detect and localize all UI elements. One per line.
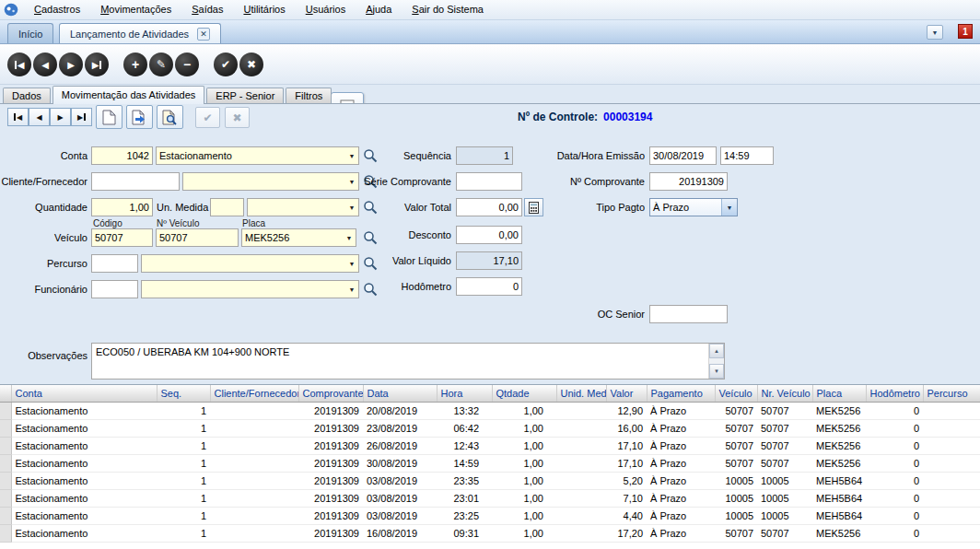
subtab-erp-senior[interactable]: ERP - Senior <box>206 88 284 103</box>
menu-ajuda[interactable]: Ajuda <box>356 0 402 20</box>
hora-emissao-input[interactable] <box>720 146 774 165</box>
table-row[interactable]: Estacionamento12019130903/08/201923:251,… <box>0 507 980 524</box>
subtab-filtros[interactable]: Filtros <box>286 88 332 103</box>
menu-saidas[interactable]: Saídas <box>181 0 233 20</box>
cell-data: 03/08/2019 <box>363 472 437 489</box>
col-header-pagamento[interactable]: Pagamento <box>647 385 715 402</box>
col-header-data[interactable]: Data <box>363 385 437 402</box>
menu-movimentacoes[interactable]: Movimentações <box>90 0 181 20</box>
col-header-veiculo[interactable]: Veículo <box>715 385 757 402</box>
table-row[interactable]: Estacionamento12019130916/08/201909:311,… <box>0 524 980 542</box>
valor-total-input[interactable] <box>456 198 522 216</box>
dropdown-arrow-icon[interactable]: ▼ <box>343 235 356 241</box>
table-row[interactable]: Estacionamento12019130930/08/201914:591,… <box>0 454 980 472</box>
last-record-button[interactable]: ▶ <box>85 53 109 76</box>
search-movement-button[interactable] <box>157 105 183 129</box>
percurso-combo[interactable]: ▼ <box>141 254 359 273</box>
tab-inicio[interactable]: Início <box>7 23 53 43</box>
data-emissao-input[interactable] <box>649 146 717 165</box>
funcionario-code-input[interactable] <box>91 280 138 298</box>
oc-senior-input[interactable] <box>649 305 728 323</box>
dropdown-arrow-icon[interactable]: ▼ <box>345 179 358 185</box>
cell-unid-med <box>556 419 606 437</box>
scroll-up-icon[interactable]: ▲ <box>709 344 724 358</box>
un-medida-search-icon[interactable] <box>363 200 378 215</box>
funcionario-search-icon[interactable] <box>363 282 378 297</box>
observacoes-textarea[interactable]: ECO050 / UBERABA KM 104+900 NORTE ▲ ▼ <box>91 343 725 380</box>
discard-button[interactable]: ✖ <box>225 107 250 128</box>
col-header-nr-veiculo[interactable]: Nr. Veículo <box>757 385 812 402</box>
dropdown-arrow-icon[interactable]: ▼ <box>345 286 358 293</box>
col-header-hora[interactable]: Hora <box>437 385 492 402</box>
col-header-qtdade[interactable]: Qtdade <box>492 385 556 402</box>
tab-lancamento-de-atividades[interactable]: Lançamento de Atividades ✕ <box>59 23 221 43</box>
table-row[interactable]: Estacionamento12019130923/08/201906:421,… <box>0 419 980 437</box>
confirm-button[interactable]: ✔ <box>214 53 238 76</box>
edit-record-button[interactable]: ✎ <box>149 53 173 76</box>
table-row[interactable]: Estacionamento12019130926/08/201912:431,… <box>0 437 980 454</box>
next-record-button[interactable]: ▶ <box>59 53 83 76</box>
cell-placa: MEK5256 <box>812 419 866 437</box>
un-medida-combo[interactable]: ▼ <box>247 198 359 216</box>
col-header-cliente-fornecedor[interactable]: Cliente/Fornecedor <box>210 385 298 402</box>
percurso-search-icon[interactable] <box>363 256 378 271</box>
observacoes-scrollbar[interactable]: ▲ ▼ <box>708 344 724 379</box>
serie-comprovante-input[interactable] <box>456 172 522 191</box>
apply-button[interactable]: ✔ <box>195 107 220 128</box>
menu-sair-do-sistema[interactable]: Sair do Sistema <box>402 0 494 20</box>
col-header-percurso[interactable]: Percurso <box>923 385 980 402</box>
cancel-button[interactable]: ✖ <box>239 53 263 76</box>
dropdown-arrow-icon[interactable]: ▼ <box>345 261 358 267</box>
cliente-fornecedor-code-input[interactable] <box>91 172 180 191</box>
previous-record-button[interactable]: ◀ <box>33 53 57 76</box>
col-header-unid-med[interactable]: Unid. Med. <box>556 385 606 402</box>
un-medida-code-input[interactable] <box>210 198 244 216</box>
funcionario-combo[interactable]: ▼ <box>141 280 359 298</box>
grid-last-button[interactable]: ▶ <box>71 108 92 126</box>
subtab-movimentacao-das-atividades[interactable]: Movimentação das Atividades <box>52 86 205 104</box>
close-tab-icon[interactable]: ✕ <box>197 28 210 41</box>
table-row[interactable]: Estacionamento12019130920/08/201913:321,… <box>0 402 980 419</box>
hodometro-input[interactable] <box>456 277 522 296</box>
calculator-button[interactable] <box>524 198 543 216</box>
veiculo-placa-combo[interactable]: MEK5256 ▼ <box>241 228 356 247</box>
conta-search-icon[interactable] <box>363 148 378 163</box>
conta-code-input[interactable] <box>91 146 153 165</box>
num-comprovante-input[interactable] <box>649 172 728 191</box>
veiculo-search-icon[interactable] <box>363 230 378 245</box>
import-document-button[interactable] <box>126 105 153 129</box>
delete-record-button[interactable]: − <box>175 53 199 76</box>
col-header-hodometro[interactable]: Hodômetro <box>866 385 923 402</box>
grid-first-button[interactable]: ◀ <box>7 108 29 126</box>
dropdown-arrow-icon[interactable]: ▼ <box>345 153 358 159</box>
chevron-down-icon[interactable]: ▼ <box>927 25 943 40</box>
col-header-seq[interactable]: Seq. <box>157 385 210 402</box>
percurso-code-input[interactable] <box>91 254 138 273</box>
grid-next-button[interactable]: ▶ <box>50 108 71 126</box>
veiculo-codigo-input[interactable] <box>91 228 153 247</box>
grid-prev-button[interactable]: ◀ <box>29 108 50 126</box>
table-row[interactable]: Estacionamento12019130903/08/201923:351,… <box>0 472 980 489</box>
col-header-valor[interactable]: Valor <box>606 385 647 402</box>
subtab-dados[interactable]: Dados <box>3 88 51 103</box>
table-row[interactable]: Estacionamento12019130903/08/201923:011,… <box>0 489 980 507</box>
dropdown-arrow-icon[interactable]: ▼ <box>345 204 358 211</box>
col-header-conta[interactable]: Conta <box>11 385 157 402</box>
quantidade-input[interactable] <box>91 198 153 216</box>
col-header-comprovante[interactable]: Comprovante <box>298 385 363 402</box>
notification-badge[interactable]: 1 <box>958 24 973 39</box>
cliente-fornecedor-combo[interactable]: ▼ <box>182 172 359 191</box>
menu-utilitarios[interactable]: Utilitários <box>233 0 295 20</box>
dropdown-arrow-icon[interactable]: ▼ <box>721 199 737 216</box>
scroll-down-icon[interactable]: ▼ <box>709 364 724 379</box>
add-record-button[interactable]: + <box>123 53 147 76</box>
new-document-button[interactable] <box>96 105 122 129</box>
desconto-input[interactable] <box>456 226 522 244</box>
conta-combo[interactable]: Estacionamento ▼ <box>156 146 359 165</box>
veiculo-numero-input[interactable] <box>156 228 239 247</box>
tipo-pagto-combo[interactable]: À Prazo ▼ <box>649 198 738 216</box>
first-record-button[interactable]: ◀ <box>7 53 31 76</box>
menu-usuarios[interactable]: Usuários <box>296 0 356 20</box>
menu-cadastros[interactable]: Cadastros <box>24 0 90 20</box>
col-header-placa[interactable]: Placa <box>812 385 866 402</box>
